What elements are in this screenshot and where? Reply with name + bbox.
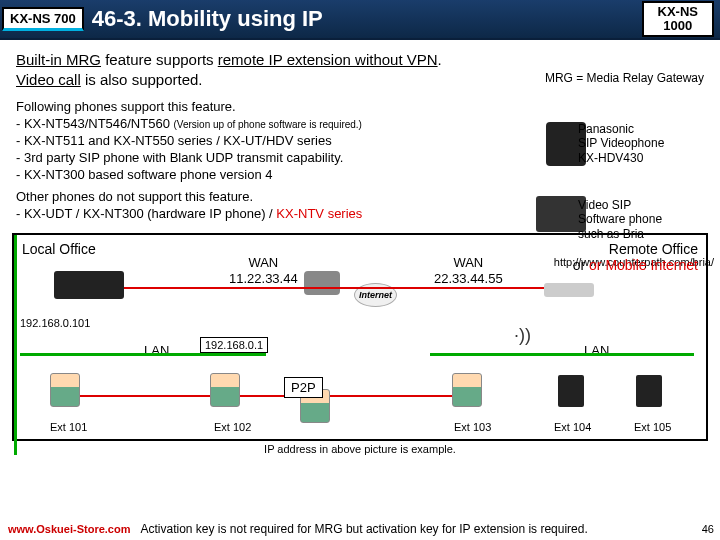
p2p-label: P2P xyxy=(284,377,323,398)
lan-drop xyxy=(14,335,17,357)
ext-105: Ext 105 xyxy=(634,421,671,433)
phones-line4: - KX-NT300 based software phone version … xyxy=(16,167,704,184)
intro-remote: remote IP extension without VPN xyxy=(218,51,438,68)
lan-drop xyxy=(14,291,17,313)
phone-icon xyxy=(636,375,662,407)
user-icon xyxy=(452,373,482,407)
wireless-icon: ·)) xyxy=(514,325,531,346)
p2p-line xyxy=(330,395,454,397)
p2p-line xyxy=(80,395,304,397)
slide-header: KX-NS 700 46-3. Mobility using IP KX-NS … xyxy=(0,0,720,40)
store-url: www.Oskuei-Store.com xyxy=(8,523,130,535)
ext-102: Ext 102 xyxy=(214,421,251,433)
model-badge-right: KX-NS 1000 xyxy=(642,1,714,38)
intro-video: Video call xyxy=(16,71,81,88)
remote-office-label: Remote Office or or Mobile Internet xyxy=(573,241,698,273)
mrg-abbrev: MRG = Media Relay Gateway xyxy=(545,71,704,85)
lan-drop xyxy=(14,411,17,433)
lan-drop xyxy=(14,433,17,455)
lan-drop xyxy=(14,357,17,411)
slide-footer: www.Oskuei-Store.com Activation key is n… xyxy=(0,522,720,536)
user-icon xyxy=(210,373,240,407)
lan-line-right xyxy=(430,353,694,356)
user-icon xyxy=(50,373,80,407)
pbx-icon xyxy=(54,271,124,299)
lan-drop xyxy=(14,235,17,291)
model-badge-left: KX-NS 700 xyxy=(2,7,84,31)
wan-right: WAN 22.33.44.55 xyxy=(434,255,503,286)
diagram-footnote: IP address in above picture is example. xyxy=(0,443,720,455)
ext-101: Ext 101 xyxy=(50,421,87,433)
lan-line-left xyxy=(20,353,266,356)
ext-104: Ext 104 xyxy=(554,421,591,433)
wan-left: WAN 11.22.33.44 xyxy=(229,255,298,286)
ext-103: Ext 103 xyxy=(454,421,491,433)
badge-right-line2: 1000 xyxy=(658,19,698,33)
videophone-label: Panasonic SIP Videophone KX-HDV430 xyxy=(578,122,708,165)
badge-right-line1: KX-NS xyxy=(658,5,698,19)
ip-router: 192.168.0.1 xyxy=(200,337,268,353)
page-number: 46 xyxy=(702,523,714,535)
footer-text: Activation key is not required for MRG b… xyxy=(140,522,701,536)
phones-lead: Following phones support this feature. xyxy=(16,99,704,116)
network-diagram: Local Office Remote Office or or Mobile … xyxy=(12,233,708,441)
ip-pbx: 192.168.0.101 xyxy=(20,317,90,329)
intro-mrg: Built-in MRG xyxy=(16,51,101,68)
router-icon xyxy=(304,271,340,295)
phone-icon xyxy=(558,375,584,407)
local-office-label: Local Office xyxy=(22,241,96,257)
slide-title: 46-3. Mobility using IP xyxy=(92,6,642,32)
lan-drop xyxy=(14,313,17,335)
access-point-icon xyxy=(544,283,594,297)
wan-line xyxy=(124,287,544,289)
